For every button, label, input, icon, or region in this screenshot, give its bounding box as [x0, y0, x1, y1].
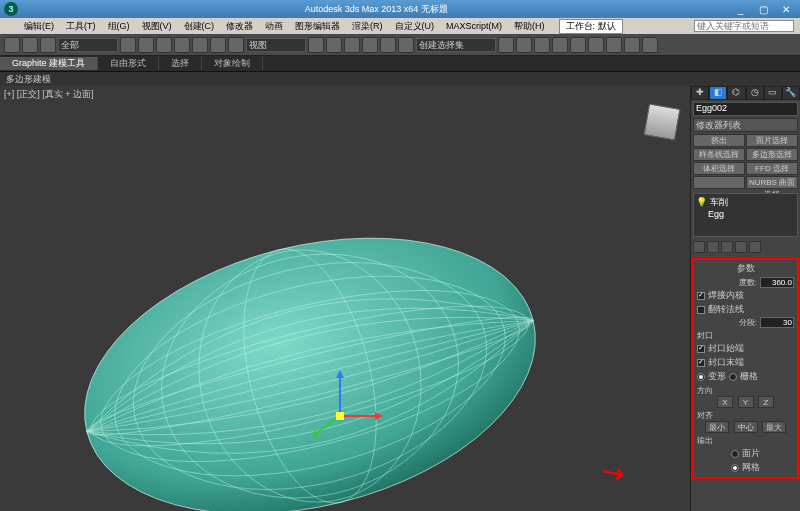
viewcube[interactable] — [643, 103, 680, 140]
flip-normals-checkbox[interactable] — [697, 306, 705, 314]
tab-create-icon[interactable]: ✚ — [691, 86, 709, 100]
show-end-icon[interactable] — [707, 241, 719, 253]
pin-stack-icon[interactable] — [693, 241, 705, 253]
axis-y-button[interactable]: Y — [738, 396, 754, 408]
move-icon[interactable] — [192, 37, 208, 53]
menu-animation[interactable]: 动画 — [259, 20, 289, 33]
tab-freeform[interactable]: 自由形式 — [98, 57, 159, 70]
link-icon[interactable] — [40, 37, 56, 53]
tab-selection[interactable]: 选择 — [159, 57, 202, 70]
search-input[interactable] — [694, 20, 794, 32]
redo-icon[interactable] — [22, 37, 38, 53]
menu-edit[interactable]: 编辑(E) — [18, 20, 60, 33]
menu-view[interactable]: 视图(V) — [136, 20, 178, 33]
layers-icon[interactable] — [534, 37, 550, 53]
close-button[interactable]: ✕ — [776, 4, 796, 15]
object-name-field[interactable]: Egg002 — [693, 102, 798, 116]
undo-icon[interactable] — [4, 37, 20, 53]
select-icon[interactable] — [120, 37, 136, 53]
angle-snap-icon[interactable] — [362, 37, 378, 53]
workspace-selector[interactable]: 工作台: 默认 — [559, 19, 623, 34]
config-sets-icon[interactable] — [749, 241, 761, 253]
weld-core-checkbox[interactable] — [697, 292, 705, 300]
btn-nurbs-select[interactable]: NURBS 曲面选择 — [746, 176, 798, 189]
menu-create[interactable]: 创建(C) — [178, 20, 221, 33]
output-mesh-radio[interactable] — [731, 464, 739, 472]
sub-ribbon: 多边形建模 — [0, 72, 800, 86]
percent-snap-icon[interactable] — [380, 37, 396, 53]
menu-render[interactable]: 渲染(R) — [346, 20, 389, 33]
render-icon[interactable] — [642, 37, 658, 53]
btn-extrude[interactable]: 挤出 — [693, 134, 745, 147]
menu-help[interactable]: 帮助(H) — [508, 20, 551, 33]
maximize-button[interactable]: ▢ — [753, 4, 773, 15]
morph-label: 变形 — [708, 370, 726, 383]
modifier-stack[interactable]: 💡 车削 Egg — [693, 193, 798, 237]
material-editor-icon[interactable] — [588, 37, 604, 53]
tab-graphite[interactable]: Graphite 建模工具 — [0, 57, 98, 70]
rect-select-icon[interactable] — [156, 37, 172, 53]
axis-z-button[interactable]: Z — [758, 396, 774, 408]
unique-icon[interactable] — [721, 241, 733, 253]
stack-base[interactable]: Egg — [696, 209, 795, 219]
manip-icon[interactable] — [326, 37, 342, 53]
tab-utilities-icon[interactable]: 🔧 — [782, 86, 800, 100]
schematic-icon[interactable] — [570, 37, 586, 53]
morph-radio[interactable] — [697, 373, 705, 381]
menu-group[interactable]: 组(G) — [102, 20, 136, 33]
align-center-button[interactable]: 中心 — [734, 421, 758, 433]
tab-hierarchy-icon[interactable]: ⌬ — [727, 86, 745, 100]
align-max-button[interactable]: 最大 — [762, 421, 786, 433]
transform-gizmo[interactable] — [310, 366, 390, 446]
ref-coord-dropdown[interactable]: 视图 — [246, 38, 306, 52]
align-section-label: 对齐 — [697, 410, 794, 421]
menu-customize[interactable]: 自定义(U) — [389, 20, 441, 33]
minimize-button[interactable]: _ — [730, 4, 750, 15]
degrees-label: 度数: — [697, 277, 757, 288]
menu-tools[interactable]: 工具(T) — [60, 20, 102, 33]
grid-radio[interactable] — [729, 373, 737, 381]
btn-ffd-select[interactable]: FFD 选择 — [746, 162, 798, 175]
tab-motion-icon[interactable]: ◷ — [746, 86, 764, 100]
segments-spinner[interactable]: 30 — [760, 317, 794, 328]
btn-poly-select[interactable]: 多边形选择 — [746, 148, 798, 161]
align-min-button[interactable]: 最小 — [705, 421, 729, 433]
tab-paint[interactable]: 对象绘制 — [202, 57, 263, 70]
menu-graph[interactable]: 图形编辑器 — [289, 20, 346, 33]
output-patch-radio[interactable] — [731, 450, 739, 458]
snap-icon[interactable] — [344, 37, 360, 53]
window-crossing-icon[interactable] — [174, 37, 190, 53]
curve-editor-icon[interactable] — [552, 37, 568, 53]
cap-end-checkbox[interactable] — [697, 359, 705, 367]
tab-display-icon[interactable]: ▭ — [764, 86, 782, 100]
menu-modifiers[interactable]: 修改器 — [220, 20, 259, 33]
align-icon[interactable] — [516, 37, 532, 53]
egg-object[interactable] — [50, 206, 570, 511]
viewport-label[interactable]: [+] [正交] [真实 + 边面] — [4, 88, 94, 101]
tab-modify-icon[interactable]: ◧ — [709, 86, 727, 100]
btn-spline-select[interactable]: 样条线选择 — [693, 148, 745, 161]
degrees-spinner[interactable]: 360.0 — [760, 277, 794, 288]
btn-vol-select[interactable]: 体积选择 — [693, 162, 745, 175]
filter-all-dropdown[interactable]: 全部 — [58, 38, 118, 52]
spinner-snap-icon[interactable] — [398, 37, 414, 53]
modifier-list-dropdown[interactable]: 修改器列表 — [693, 118, 798, 132]
render-frame-icon[interactable] — [624, 37, 640, 53]
btn-empty[interactable] — [693, 176, 745, 189]
rotate-icon[interactable] — [210, 37, 226, 53]
render-setup-icon[interactable] — [606, 37, 622, 53]
scale-icon[interactable] — [228, 37, 244, 53]
app-logo-icon: 3 — [4, 2, 18, 16]
cap-start-checkbox[interactable] — [697, 345, 705, 353]
selection-set-dropdown[interactable]: 创建选择集 — [416, 38, 496, 52]
sub-ribbon-label[interactable]: 多边形建模 — [6, 73, 51, 86]
select-name-icon[interactable] — [138, 37, 154, 53]
pivot-icon[interactable] — [308, 37, 324, 53]
btn-patch-select[interactable]: 面片选择 — [746, 134, 798, 147]
remove-mod-icon[interactable] — [735, 241, 747, 253]
stack-lathe[interactable]: 💡 车削 — [696, 196, 795, 209]
viewport[interactable]: [+] [正交] [真实 + 边面] — [0, 86, 690, 511]
axis-x-button[interactable]: X — [717, 396, 733, 408]
mirror-icon[interactable] — [498, 37, 514, 53]
menu-maxscript[interactable]: MAXScript(M) — [440, 21, 508, 31]
